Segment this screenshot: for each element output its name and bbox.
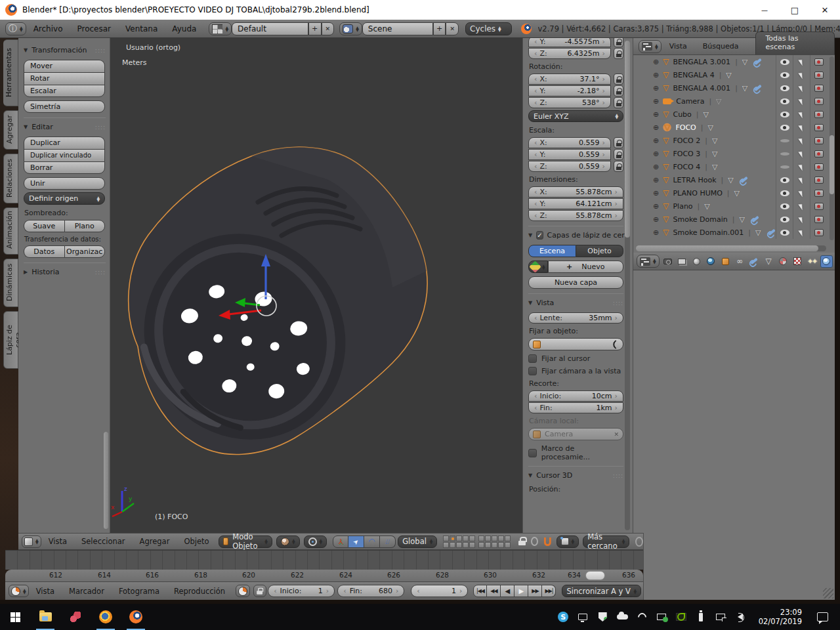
tl-menu-marcador[interactable]: Marcador: [62, 587, 112, 596]
visibility-eye-icon[interactable]: [780, 98, 789, 104]
renderability-camera-icon[interactable]: [814, 216, 824, 223]
timeline-frame-ruler[interactable]: 612 614 616 618 620 622 624 626 628 630 …: [5, 570, 643, 581]
mover-button[interactable]: Mover: [24, 60, 105, 72]
visibility-eye-icon[interactable]: [780, 59, 789, 65]
expand-icon[interactable]: [653, 215, 659, 224]
start-button[interactable]: [0, 604, 30, 630]
rotation-x-field[interactable]: X:37.1°: [528, 74, 611, 85]
gpencil-objeto-tab[interactable]: Objeto: [576, 245, 623, 257]
outliner-row[interactable]: FOCO 3: [633, 147, 835, 160]
selectability-cursor-icon[interactable]: [798, 84, 805, 92]
manipulator-rotate-button[interactable]: [364, 536, 380, 548]
panel-header-editar[interactable]: Editar: [24, 123, 106, 131]
definir-origen-dropdown[interactable]: Definir origen: [24, 192, 105, 205]
expand-icon[interactable]: [653, 189, 659, 198]
eyedropper-icon[interactable]: [611, 339, 620, 348]
visibility-eye-icon[interactable]: [780, 203, 789, 209]
lock-to-scene-icon[interactable]: [518, 537, 524, 546]
constraints-tab-icon[interactable]: [734, 255, 746, 268]
tl-menu-reproduccion[interactable]: Reproducción: [167, 587, 232, 596]
tab-herramientas[interactable]: Herramientas: [3, 39, 18, 106]
expand-icon[interactable]: [653, 202, 659, 211]
renderability-camera-icon[interactable]: [814, 150, 824, 158]
renderability-camera-icon[interactable]: [814, 177, 824, 184]
vp-menu-agregar[interactable]: Agregar: [133, 537, 177, 546]
selectability-cursor-icon[interactable]: [798, 71, 805, 79]
outliner-row[interactable]: Smoke Domain: [633, 213, 835, 226]
particles-tab-icon[interactable]: [806, 255, 818, 268]
lock-icon[interactable]: [614, 137, 623, 148]
network-tray-icon[interactable]: [715, 612, 726, 623]
scene-field[interactable]: Scene: [362, 22, 433, 35]
resize-grip[interactable]: [823, 588, 833, 598]
outliner-editor-dropdown[interactable]: [639, 40, 662, 53]
visibility-eye-icon[interactable]: [780, 230, 789, 236]
mode-dropdown[interactable]: Modo Objeto: [219, 536, 272, 548]
taskbar-clock[interactable]: 23:09 02/07/2019: [759, 608, 802, 626]
panel-header-gpencil[interactable]: Capas de lápiz de cer: [528, 231, 623, 240]
editor-type-info-dropdown[interactable]: [5, 22, 26, 35]
expand-icon[interactable]: [653, 136, 659, 145]
outliner-row[interactable]: FOCO 4: [633, 160, 835, 173]
viewport-3d[interactable]: z y x Usuario (ortog) Meters (1) FOCO: [110, 38, 522, 533]
use-preview-range-button[interactable]: [236, 585, 250, 597]
lock-icon[interactable]: [614, 85, 623, 96]
local-camera-field[interactable]: Camera: [528, 428, 623, 440]
material-tab-icon[interactable]: [777, 255, 789, 268]
jump-to-start-button[interactable]: [473, 585, 487, 597]
selectability-cursor-icon[interactable]: [798, 136, 805, 144]
minimize-button[interactable]: [749, 0, 780, 20]
scale-x-field[interactable]: X:0.559: [528, 137, 611, 148]
selectability-cursor-icon[interactable]: [798, 58, 805, 66]
selectability-cursor-icon[interactable]: [798, 215, 805, 223]
selectability-cursor-icon[interactable]: [798, 189, 805, 197]
rotar-button[interactable]: Rotar: [24, 72, 105, 85]
firefox-taskbar-button[interactable]: [91, 604, 121, 630]
panel-header-vista[interactable]: Vista: [528, 299, 623, 307]
menu-ventana[interactable]: Ventana: [118, 24, 165, 33]
clip-start-field[interactable]: Inicio:10cm: [528, 390, 623, 402]
outliner-row[interactable]: BENGALA 4.001: [633, 81, 835, 94]
snap-magnet-icon[interactable]: [544, 537, 551, 546]
gpencil-nuevo-button[interactable]: Nuevo: [548, 261, 623, 273]
scale-y-field[interactable]: Y:0.559: [528, 149, 611, 160]
action-center-icon[interactable]: [817, 612, 828, 621]
lens-field[interactable]: Lente:35mm: [528, 312, 623, 324]
renderability-camera-icon[interactable]: [814, 111, 824, 118]
vp-menu-objeto[interactable]: Objeto: [177, 537, 216, 546]
expand-icon[interactable]: [653, 150, 659, 158]
panel-header-historia[interactable]: Historia: [24, 268, 106, 276]
display-tray-icon[interactable]: [578, 612, 589, 623]
dim-z-field[interactable]: Z:55.878cm: [528, 210, 623, 221]
visibility-eye-icon[interactable]: [780, 125, 789, 131]
shading-dropdown[interactable]: [276, 536, 300, 548]
renderability-camera-icon[interactable]: [814, 137, 824, 144]
renderability-camera-icon[interactable]: [814, 124, 824, 131]
plano-button[interactable]: Plano: [64, 220, 106, 232]
properties-editor-dropdown[interactable]: [637, 255, 660, 268]
location-y-field[interactable]: Y:-4.5575m: [528, 38, 611, 47]
play-button[interactable]: [514, 585, 528, 597]
expand-icon[interactable]: [653, 110, 659, 119]
expand-icon[interactable]: [653, 71, 659, 79]
tab-animacion[interactable]: Animación: [3, 207, 18, 255]
outliner-row[interactable]: FOCO 2: [633, 134, 835, 147]
onedrive-tray-icon[interactable]: [617, 612, 628, 623]
organizac-button[interactable]: Organizac: [64, 245, 106, 258]
lock-object-field[interactable]: [528, 338, 623, 350]
vp-menu-vista[interactable]: Vista: [41, 537, 74, 546]
render-engine-dropdown[interactable]: Cycles: [465, 22, 511, 35]
usb-tray-icon[interactable]: [696, 612, 707, 623]
manipulator-scale-button[interactable]: [380, 536, 396, 548]
play-reverse-button[interactable]: [501, 585, 514, 597]
scene-icon-dropdown[interactable]: [339, 22, 362, 35]
timeline-editor-dropdown[interactable]: [9, 585, 29, 597]
gpencil-data-dropdown[interactable]: [528, 261, 548, 273]
lock-frame-range-button[interactable]: [253, 585, 266, 597]
screen-layout-icon-dropdown[interactable]: [209, 22, 232, 35]
opengl-render-icon[interactable]: [635, 537, 643, 547]
outliner-row[interactable]: BENGALA 4: [633, 68, 835, 81]
close-button[interactable]: [810, 0, 840, 20]
defender-tray-icon[interactable]: [597, 612, 608, 623]
modifiers-tab-icon[interactable]: [748, 255, 761, 268]
